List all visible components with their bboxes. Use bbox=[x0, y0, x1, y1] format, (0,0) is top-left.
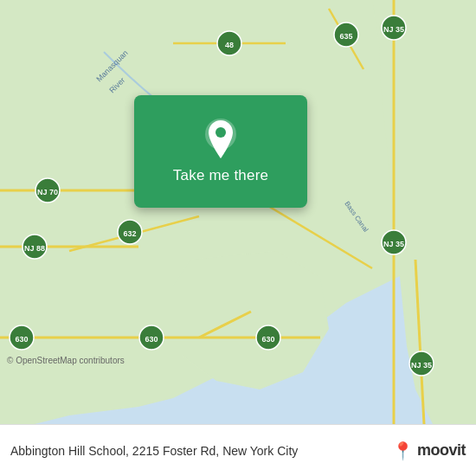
location-pin-icon bbox=[200, 119, 241, 160]
place-name: Abbington Hill School, 2215 Foster Rd, N… bbox=[10, 444, 385, 458]
svg-text:NJ 88: NJ 88 bbox=[24, 244, 45, 253]
svg-text:NJ 35: NJ 35 bbox=[383, 240, 404, 248]
take-me-there-button[interactable]: Take me there bbox=[173, 167, 268, 184]
svg-text:630: 630 bbox=[261, 335, 274, 344]
svg-text:NJ 35: NJ 35 bbox=[411, 361, 432, 370]
map-container: NJ 35 NJ 35 NJ 35 NJ 70 NJ 88 630 630 63… bbox=[0, 0, 476, 424]
svg-point-41 bbox=[215, 127, 226, 138]
moovit-pin-icon: 📍 bbox=[392, 441, 414, 461]
svg-text:630: 630 bbox=[145, 335, 158, 344]
moovit-logo: 📍 moovit bbox=[392, 441, 466, 461]
svg-text:48: 48 bbox=[225, 41, 234, 49]
bottom-bar: Abbington Hill School, 2215 Foster Rd, N… bbox=[0, 424, 476, 476]
moovit-text: moovit bbox=[417, 441, 466, 460]
svg-text:632: 632 bbox=[123, 229, 136, 238]
location-card[interactable]: Take me there bbox=[134, 95, 307, 208]
svg-text:NJ 70: NJ 70 bbox=[37, 188, 58, 196]
map-attribution: © OpenStreetMap contributors bbox=[7, 356, 125, 365]
svg-text:630: 630 bbox=[15, 335, 28, 344]
svg-text:635: 635 bbox=[339, 32, 352, 41]
svg-text:NJ 35: NJ 35 bbox=[383, 25, 404, 34]
